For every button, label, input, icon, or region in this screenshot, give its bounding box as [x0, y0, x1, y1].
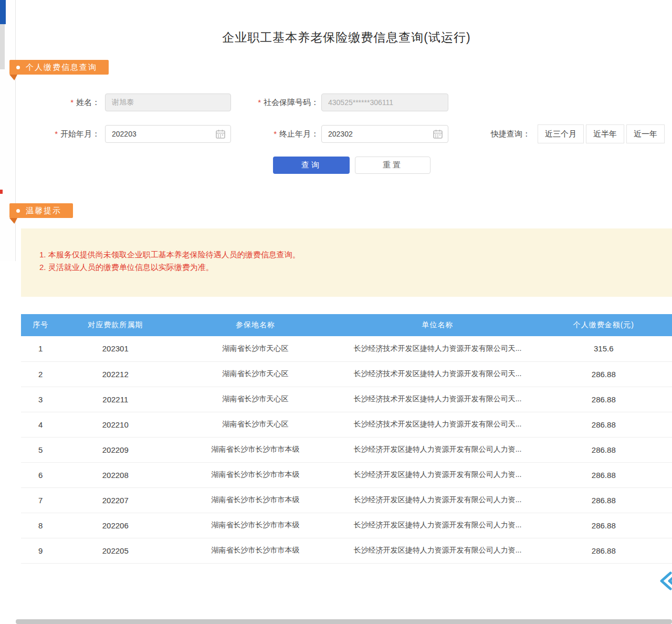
table-row: 9202205湖南省长沙市长沙市市本级长沙经济开发区捷特人力资源开发有限公司人力…: [21, 538, 672, 563]
quick-range-button-1year[interactable]: 近一年: [626, 124, 665, 143]
table-header: 序号 对应费款所属期 参保地名称 单位名称 个人缴费金额(元): [21, 314, 672, 336]
table-cell: 202205: [60, 538, 171, 563]
table-cell: 湖南省长沙市长沙市市本级: [171, 462, 340, 487]
table-row: 2202212湖南省长沙市天心区长沙经济技术开发区捷特人力资源开发有限公司天..…: [21, 361, 672, 387]
table-cell: 286.88: [536, 538, 672, 563]
quick-range-label: 快捷查询：: [491, 129, 530, 139]
table-cell: 湖南省长沙市天心区: [171, 412, 340, 437]
start-month-input[interactable]: [105, 125, 231, 143]
table-cell: 6: [21, 462, 60, 487]
notice-box: 1. 本服务仅提供尚未领取企业职工基本养老保险待遇人员的缴费信息查询。 2. 灵…: [21, 228, 672, 297]
section-badge-tips: 温馨提示: [9, 203, 73, 218]
table-cell: 湖南省长沙市长沙市市本级: [171, 538, 340, 563]
table-cell: 9: [21, 538, 60, 563]
table-cell: 长沙经济开发区捷特人力资源开发有限公司人力资...: [340, 513, 536, 538]
table-cell: 286.88: [536, 513, 672, 538]
table-cell: 202301: [60, 336, 171, 361]
table-cell: 202212: [60, 361, 171, 387]
section-badge-tips-label: 温馨提示: [26, 206, 61, 216]
table-cell: 长沙经济技术开发区捷特人力资源开发有限公司天...: [340, 412, 536, 437]
required-asterisk: *: [70, 98, 74, 107]
quick-range-button-3months[interactable]: 近三个月: [538, 124, 584, 143]
section-badge-query-label: 个人缴费信息查询: [26, 63, 97, 72]
table-row: 6202208湖南省长沙市长沙市市本级长沙经济开发区捷特人力资源开发有限公司人力…: [21, 462, 672, 487]
table-cell: 湖南省长沙市天心区: [171, 336, 340, 361]
quick-range-group: 快捷查询： 近三个月 近半年 近一年: [491, 124, 665, 143]
table-row: 3202211湖南省长沙市天心区长沙经济技术开发区捷特人力资源开发有限公司天..…: [21, 387, 672, 412]
ssn-label: *社会保障号码：: [234, 93, 319, 111]
table-cell: 315.6: [536, 336, 672, 361]
name-input: [105, 93, 231, 111]
table-cell: 湖南省长沙市天心区: [171, 387, 340, 412]
table-cell: 202206: [60, 513, 171, 538]
table-cell: 长沙经济技术开发区捷特人力资源开发有限公司天...: [340, 387, 536, 412]
table-cell: 长沙经济开发区捷特人力资源开发有限公司人力资...: [340, 538, 536, 563]
section-badge-query: 个人缴费信息查询: [9, 60, 109, 75]
table-cell: 202210: [60, 412, 171, 437]
table-cell: 长沙经济开发区捷特人力资源开发有限公司人力资...: [340, 462, 536, 487]
required-asterisk: *: [274, 129, 277, 138]
query-button[interactable]: 查询: [273, 157, 350, 174]
column-header-amount: 个人缴费金额(元): [536, 314, 672, 336]
table-row: 7202207湖南省长沙市长沙市市本级长沙经济开发区捷特人力资源开发有限公司人力…: [21, 487, 672, 513]
table-cell: 长沙经济开发区捷特人力资源开发有限公司人力资...: [340, 487, 536, 513]
table-cell: 3: [21, 387, 60, 412]
reset-button[interactable]: 重置: [355, 157, 430, 174]
table-cell: 286.88: [536, 387, 672, 412]
table-cell: 286.88: [536, 462, 672, 487]
table-cell: 长沙经济技术开发区捷特人力资源开发有限公司天...: [340, 361, 536, 387]
table-cell: 202207: [60, 487, 171, 513]
bullet-dot-icon: [16, 209, 20, 213]
table-cell: 8: [21, 513, 60, 538]
start-month-label: *开始年月：: [32, 125, 100, 143]
table-cell: 湖南省长沙市长沙市市本级: [171, 487, 340, 513]
name-label: *姓名：: [32, 93, 100, 111]
table-cell: 湖南省长沙市长沙市市本级: [171, 437, 340, 462]
table-body: 1202301湖南省长沙市天心区长沙经济技术开发区捷特人力资源开发有限公司天..…: [21, 336, 672, 563]
table-cell: 2: [21, 361, 60, 387]
required-asterisk: *: [55, 129, 58, 138]
end-month-label: *终止年月：: [249, 125, 319, 143]
table-cell: 286.88: [536, 412, 672, 437]
notice-line: 1. 本服务仅提供尚未领取企业职工基本养老保险待遇人员的缴费信息查询。: [39, 248, 662, 261]
table-cell: 5: [21, 437, 60, 462]
table-cell: 202208: [60, 462, 171, 487]
column-header-period: 对应费款所属期: [60, 314, 171, 336]
results-table: 序号 对应费款所属期 参保地名称 单位名称 个人缴费金额(元) 1202301湖…: [21, 314, 672, 564]
table-cell: 长沙经济技术开发区捷特人力资源开发有限公司天...: [340, 336, 536, 361]
table-cell: 长沙经济开发区捷特人力资源开发有限公司人力资...: [340, 437, 536, 462]
table-cell: 202209: [60, 437, 171, 462]
ssn-input: [321, 93, 448, 111]
table-cell: 4: [21, 412, 60, 437]
table-cell: 286.88: [536, 437, 672, 462]
bullet-dot-icon: [16, 66, 20, 69]
calendar-icon[interactable]: [215, 129, 226, 139]
column-header-unit: 单位名称: [340, 314, 536, 336]
table-row: 1202301湖南省长沙市天心区长沙经济技术开发区捷特人力资源开发有限公司天..…: [21, 336, 672, 361]
sidebar-scroll-thumb[interactable]: [0, 0, 6, 24]
table-cell: 286.88: [536, 487, 672, 513]
page-title: 企业职工基本养老保险缴费信息查询(试运行): [21, 29, 672, 46]
quick-range-button-halfyear[interactable]: 近半年: [586, 124, 624, 143]
notice-line: 2. 灵活就业人员的缴费单位信息以实际缴费为准。: [39, 261, 662, 274]
table-cell: 286.88: [536, 361, 672, 387]
table-cell: 1: [21, 336, 60, 361]
sidebar-scroll-track: [0, 24, 5, 69]
calendar-icon[interactable]: [433, 129, 443, 139]
horizontal-scrollbar[interactable]: [16, 619, 672, 624]
table-row: 4202210湖南省长沙市天心区长沙经济技术开发区捷特人力资源开发有限公司天..…: [21, 412, 672, 437]
table-row: 8202206湖南省长沙市长沙市市本级长沙经济开发区捷特人力资源开发有限公司人力…: [21, 513, 672, 538]
table-cell: 7: [21, 487, 60, 513]
table-row: 5202209湖南省长沙市长沙市市本级长沙经济开发区捷特人力资源开发有限公司人力…: [21, 437, 672, 462]
sidebar-marker: [0, 190, 3, 194]
table-cell: 202211: [60, 387, 171, 412]
table-cell: 湖南省长沙市长沙市市本级: [171, 513, 340, 538]
column-header-seq: 序号: [21, 314, 60, 336]
table-cell: 湖南省长沙市天心区: [171, 361, 340, 387]
required-asterisk: *: [258, 98, 261, 107]
end-month-input[interactable]: [321, 125, 448, 143]
column-header-place: 参保地名称: [171, 314, 340, 336]
double-chevron-left-icon[interactable]: [658, 569, 672, 592]
